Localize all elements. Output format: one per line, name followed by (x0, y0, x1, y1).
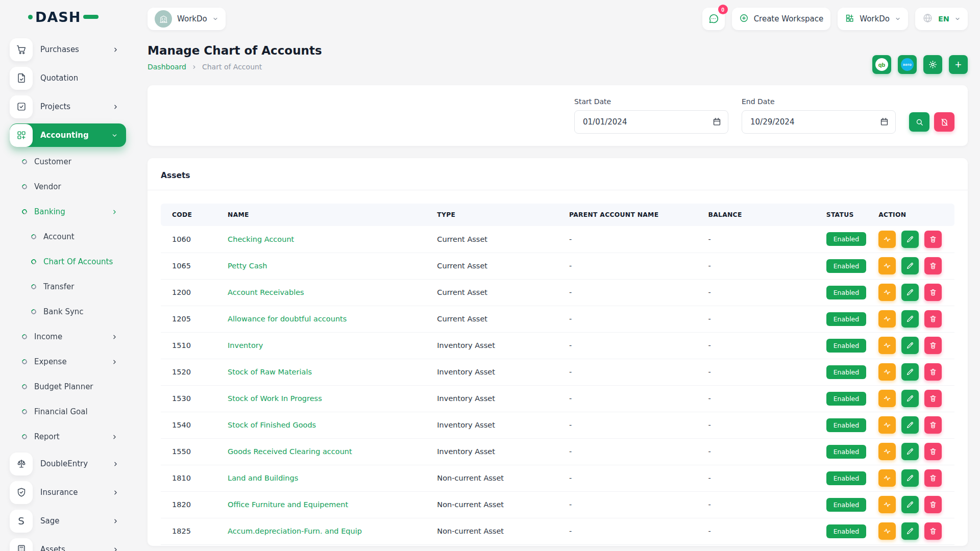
workspace-selector[interactable]: WorkDo (148, 8, 226, 30)
transactions-button[interactable] (878, 522, 896, 540)
sidebar-item-chart-of-accounts[interactable]: Chart Of Accounts (10, 252, 126, 271)
transactions-button[interactable] (878, 257, 896, 274)
language-selector[interactable]: EN (915, 8, 968, 30)
status-badge[interactable]: Enabled (826, 418, 867, 432)
sidebar-item-purchases[interactable]: Purchases (10, 38, 126, 61)
edit-button[interactable] (901, 310, 919, 328)
end-date-input[interactable] (742, 110, 896, 134)
delete-button[interactable] (924, 416, 942, 434)
status-badge[interactable]: Enabled (826, 471, 867, 485)
status-badge[interactable]: Enabled (826, 365, 867, 379)
transactions-button[interactable] (878, 443, 896, 460)
status-badge[interactable]: Enabled (826, 498, 867, 512)
delete-button[interactable] (924, 284, 942, 301)
edit-button[interactable] (901, 257, 919, 274)
sidebar-item-accounting[interactable]: Accounting (10, 123, 126, 147)
sidebar-item-customer[interactable]: Customer (10, 152, 126, 171)
edit-button[interactable] (901, 496, 919, 513)
account-name-link[interactable]: Stock of Finished Goods (228, 421, 316, 429)
transactions-button[interactable] (878, 390, 896, 407)
xero-button[interactable]: xero (898, 55, 917, 74)
sidebar-item-assets[interactable]: Assets (10, 538, 126, 551)
sidebar-item-budget-planner[interactable]: Budget Planner (10, 377, 126, 396)
transactions-button[interactable] (878, 284, 896, 301)
account-name-link[interactable]: Office Furniture and Equipement (228, 500, 348, 509)
sidebar-item-quotation[interactable]: Quotation (10, 66, 126, 90)
chevron-right-icon (112, 546, 119, 551)
delete-button[interactable] (924, 257, 942, 274)
edit-button[interactable] (901, 337, 919, 354)
sidebar-item-vendor[interactable]: Vendor (10, 177, 126, 196)
edit-button[interactable] (901, 522, 919, 540)
status-badge[interactable]: Enabled (826, 312, 867, 326)
transactions-button[interactable] (878, 310, 896, 328)
delete-button[interactable] (924, 390, 942, 407)
sidebar-item-bank-sync[interactable]: Bank Sync (10, 302, 126, 321)
account-name-link[interactable]: Inventory (228, 341, 263, 349)
status-badge[interactable]: Enabled (826, 286, 867, 299)
delete-button[interactable] (924, 522, 942, 540)
settings-button[interactable] (923, 55, 942, 74)
transactions-button[interactable] (878, 416, 896, 434)
cell-type: Current Asset (431, 306, 563, 332)
edit-button[interactable] (901, 443, 919, 460)
sidebar-item-expense[interactable]: Expense (10, 352, 126, 371)
transactions-button[interactable] (878, 363, 896, 381)
account-name-link[interactable]: Allowance for doubtful accounts (228, 315, 347, 323)
sidebar-item-transfer[interactable]: Transfer (10, 277, 126, 296)
messages-button[interactable]: 0 (702, 8, 725, 30)
sidebar-item-income[interactable]: Income (10, 327, 126, 346)
create-workspace-button[interactable]: Create Workspace (732, 8, 831, 30)
account-name-link[interactable]: Petty Cash (228, 262, 267, 270)
account-name-link[interactable]: Land and Buildings (228, 474, 298, 482)
status-badge[interactable]: Enabled (826, 445, 867, 459)
status-badge[interactable]: Enabled (826, 339, 867, 353)
delete-button[interactable] (924, 469, 942, 487)
delete-button[interactable] (924, 337, 942, 354)
add-account-button[interactable]: + (949, 55, 968, 74)
trash-icon (929, 368, 937, 376)
workdo-apps-menu[interactable]: WorkDo (838, 8, 908, 30)
sidebar-item-banking[interactable]: Banking (10, 202, 126, 221)
activity-icon (883, 341, 891, 349)
edit-button[interactable] (901, 284, 919, 301)
edit-button[interactable] (901, 469, 919, 487)
quickbooks-button[interactable]: qb (872, 55, 891, 74)
sidebar-item-doubleentry[interactable]: DoubleEntry (10, 452, 126, 475)
breadcrumb-dashboard-link[interactable]: Dashboard (148, 63, 186, 71)
edit-button[interactable] (901, 231, 919, 248)
sidebar-item-account[interactable]: Account (10, 227, 126, 246)
delete-button[interactable] (924, 363, 942, 381)
delete-button[interactable] (924, 496, 942, 513)
edit-button[interactable] (901, 416, 919, 434)
delete-button[interactable] (924, 231, 942, 248)
delete-button[interactable] (924, 443, 942, 460)
status-badge[interactable]: Enabled (826, 259, 867, 273)
edit-button[interactable] (901, 390, 919, 407)
transactions-button[interactable] (878, 231, 896, 248)
sidebar-item-report[interactable]: Report (10, 427, 126, 446)
cell-type: Inventory Asset (431, 385, 563, 412)
status-badge[interactable]: Enabled (826, 524, 867, 538)
transactions-button[interactable] (878, 496, 896, 513)
status-badge[interactable]: Enabled (826, 232, 867, 246)
account-name-link[interactable]: Account Receivables (228, 288, 304, 296)
transactions-button[interactable] (878, 469, 896, 487)
search-button[interactable] (909, 112, 929, 132)
sidebar-item-projects[interactable]: Projects (10, 95, 126, 118)
account-name-link[interactable]: Goods Received Clearing account (228, 447, 352, 456)
transactions-button[interactable] (878, 337, 896, 354)
sidebar-item-financial-goal[interactable]: Financial Goal (10, 402, 126, 421)
account-name-link[interactable]: Accum.depreciation-Furn. and Equip (228, 527, 362, 535)
status-badge[interactable]: Enabled (826, 392, 867, 406)
account-name-link[interactable]: Checking Account (228, 235, 294, 243)
sidebar-item-sage[interactable]: SSage (10, 509, 126, 533)
account-name-link[interactable]: Stock of Work In Progress (228, 394, 322, 403)
sidebar-item-insurance[interactable]: Insurance (10, 481, 126, 504)
delete-button[interactable] (924, 310, 942, 328)
start-date-input[interactable] (574, 110, 728, 134)
account-name-link[interactable]: Stock of Raw Materials (228, 368, 312, 376)
reset-filter-button[interactable] (934, 112, 954, 132)
edit-button[interactable] (901, 363, 919, 381)
app-logo[interactable]: DASH (28, 9, 99, 25)
